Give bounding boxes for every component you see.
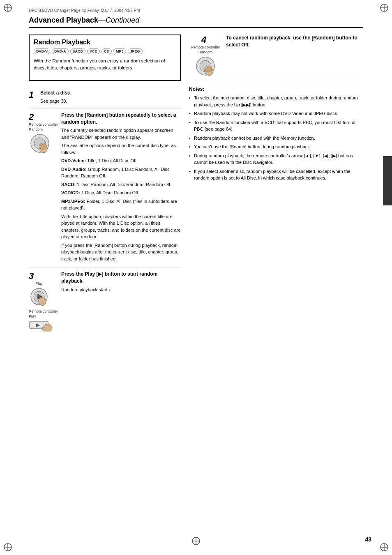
step-2-mp3-jpeg: MP3/JPEG: Folder, 1 Disc, All Disc (file… [61,198,181,212]
file-info: DFC-8.5DVD Changer Page 43 Friday, May 7… [29,8,376,13]
badge-dvdv: DVD-V [34,48,50,54]
note-item-6: During random playback, the remote contr… [189,152,363,166]
corner-crosshair-br [380,543,389,552]
page-container: DFC-8.5DVD Changer Page 43 Friday, May 7… [0,0,392,555]
corner-crosshair-tr [380,3,389,12]
step-3-rc-play-label: Play Enter [29,281,49,307]
step-2-random-during: If you press the [Random] button during … [61,242,181,263]
step-2-body-available: The available options depend on the curr… [61,142,181,156]
corner-crosshair-tl [3,3,12,12]
notes-list: To select the next random disc, title, c… [189,94,363,182]
step-2-number: 2 [29,112,37,122]
note-item-2: Random playback may not work with some D… [189,110,363,117]
margin-dark-rect [383,156,392,205]
remote-random-icon [29,132,51,155]
step-4-remote-icon [194,55,217,78]
note-item-3: To use the Random function with a VCD th… [189,119,363,133]
step-3-body: Random playback starts. [61,286,181,293]
step-2-vcd-cd: VCD/CD: 1 Disc, All Disc, Random Off. [61,189,181,196]
content-area: Random Playback DVD-V DVD-A SACD VCD CD … [29,35,363,335]
step-4-heading: To cancel random playback, use the [Rand… [226,35,363,48]
step-1-content: Select a disc. See page 30. [40,90,181,105]
step-1: 1 Select a disc. See page 30. [29,86,181,108]
main-title-suffix: —Continued [98,16,139,24]
step-3-number: 3 [29,271,37,281]
bottom-center-crosshair [191,537,201,547]
step-4-left: 4 Remote controller Random [189,35,222,78]
step-3-rc-label-bottom: Remote controller [29,309,58,313]
step-4-number: 4 [201,35,210,45]
format-badges: DVD-V DVD-A SACD VCD CD MP3 JPEG [34,48,176,54]
step-3-content: Press the Play [▶] button to start rando… [61,271,181,332]
remote-play-circle-icon: Enter [29,286,49,307]
step-1-heading: Select a disc. [40,90,181,97]
page-number: 43 [365,536,371,543]
badge-dvda: DVD-A [52,48,69,54]
notes-title: Notes: [189,86,363,92]
step-2-body: The currently selected random option app… [61,127,181,262]
step-2-sacd: SACD: 1 Disc Random, All Disc Random, Ra… [61,181,181,188]
note-item-1: To select the next random disc, title, c… [189,94,363,108]
note-item-5: You can't use the [Search] button during… [189,143,363,150]
left-column: Random Playback DVD-V DVD-A SACD VCD CD … [29,35,181,335]
step-4-rc-label: Remote controller [191,45,220,49]
step-3-remote-top: Play Enter [29,281,49,307]
step-1-number: 1 [29,90,37,105]
step-2: 2 Remote controller Random [29,108,181,267]
main-title: Advanced Playback—Continued [29,16,363,28]
right-column: 4 Remote controller Random To can [189,35,363,335]
note-item-4: Random playback cannot be used with the … [189,135,363,142]
corner-crosshair-bl [3,543,12,552]
step-4-button-label: Random [198,50,212,54]
note-item-7: If you select another disc, random playb… [189,168,363,182]
step-2-button-label: Random [29,127,43,131]
badge-sacd: SACD [70,48,86,54]
section-box: Random Playback DVD-V DVD-A SACD VCD CD … [29,35,181,81]
step-2-rc-label: Remote controller [29,122,58,127]
intro-text: With the Random function you can enjoy a… [34,58,176,72]
step-3-heading: Press the Play [▶] button to start rando… [61,271,181,285]
main-title-text: Advanced Playback [29,16,98,24]
step-2-dvd-audio: DVD-Audio: Group Random, 1 Disc Random, … [61,166,181,180]
step-2-title-option: With the Title option, chapters within t… [61,213,181,240]
badge-cd: CD [101,48,112,54]
step-2-dvd-video: DVD-Video: Title, 1 Disc, All Disc, Off. [61,157,181,164]
badge-mp3: MP3 [113,48,126,54]
device-play-button-icon [29,319,53,332]
step-4: 4 Remote controller Random To can [189,35,363,82]
step-4-content: To cancel random playback, use the [Rand… [226,35,363,78]
step-2-heading: Press the [Random] button repeatedly to … [61,112,181,126]
step-3: 3 Play [29,267,181,335]
step-2-body-intro: The currently selected random option app… [61,127,181,140]
step-1-body: See page 30. [40,98,181,105]
step-2-left: 2 Remote controller Random [29,112,60,264]
badge-vcd: VCD [87,48,100,54]
step-3-left: 3 Play [29,271,60,332]
step-2-content: Press the [Random] button repeatedly to … [61,112,181,264]
badge-jpeg: JPEG [128,48,143,54]
step-3-button-label: Play [29,314,36,318]
notes-section: Notes: To select the next random disc, t… [189,86,363,182]
section-title: Random Playback [34,39,176,46]
